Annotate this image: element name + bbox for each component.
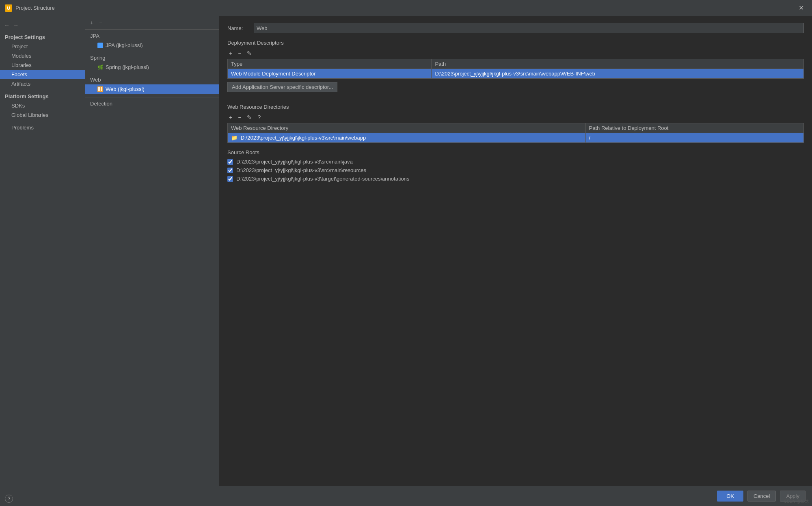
forward-arrow[interactable]: → (12, 21, 19, 29)
deployment-remove-btn[interactable]: − (236, 49, 243, 57)
nav-arrows: ← → (0, 19, 85, 32)
help-button[interactable]: ? (5, 495, 13, 503)
source-root-row-2: D:\2023\project_yj\yjjkgl\jkgl-plus-v3\t… (227, 176, 804, 182)
sidebar-item-problems[interactable]: Problems (0, 123, 85, 132)
web-resource-section-title: Web Resource Directories (227, 104, 804, 110)
tree-separator (85, 97, 219, 97)
tree-section-jpa: JPA JPA (jkgl-plussl) (85, 30, 219, 52)
sidebar-item-sdks[interactable]: SDKs (0, 101, 85, 110)
sidebar-bottom: ? (0, 491, 85, 506)
sidebar-item-facets[interactable]: Facets (0, 70, 85, 79)
web-icon (97, 86, 103, 92)
content-inner: Name: Deployment Descriptors + − ✎ Type (219, 16, 812, 486)
sidebar-nav: ← → Project Settings Project Modules Lib… (0, 16, 85, 136)
sidebar-item-artifacts[interactable]: Artifacts (0, 79, 85, 88)
deployment-col-path: Path (432, 59, 804, 69)
source-root-checkbox-0[interactable] (227, 159, 233, 165)
close-button[interactable]: ✕ (795, 2, 807, 13)
sidebar-item-project[interactable]: Project (0, 42, 85, 51)
source-root-label-1: D:\2023\project_yj\yjjkgl\jkgl-plus-v3\s… (236, 167, 366, 173)
jpa-icon (97, 43, 103, 48)
ok-button[interactable]: OK (717, 491, 743, 502)
add-facet-button[interactable]: + (89, 19, 95, 27)
source-root-checkbox-1[interactable] (227, 168, 233, 173)
web-resource-row[interactable]: 📁 D:\2023\project_yj\yjjkgl\jkgl-plus-v3… (228, 133, 804, 143)
sidebar-divider-2 (0, 120, 85, 123)
content-panel: Name: Deployment Descriptors + − ✎ Type (219, 16, 812, 506)
content-divider-1 (227, 98, 804, 98)
bottom-bar: OK Cancel Apply (219, 486, 812, 506)
deployment-edit-btn[interactable]: ✎ (245, 49, 253, 57)
deployment-table: Type Path Web Module Deployment Descript… (227, 59, 804, 79)
web-resource-add-btn[interactable]: + (227, 113, 234, 121)
web-resource-help-btn[interactable]: ? (256, 113, 262, 121)
tree-item-spring[interactable]: 🌿 Spring (jkgl-plussl) (85, 62, 219, 72)
tree-section-spring: Spring 🌿 Spring (jkgl-plussl) (85, 52, 219, 73)
tree-item-jpa[interactable]: JPA (jkgl-plussl) (85, 41, 219, 50)
web-resource-cell-path: / (585, 133, 803, 143)
deployment-toolbar: + − ✎ (227, 49, 804, 57)
tree-section-web: Web Web (jkgl-plussl) (85, 73, 219, 95)
platform-settings-header: Platform Settings (0, 92, 85, 101)
source-root-row-0: D:\2023\project_yj\yjjkgl\jkgl-plus-v3\s… (227, 159, 804, 165)
deployment-add-btn[interactable]: + (227, 49, 234, 57)
name-row: Name: (227, 23, 804, 33)
source-roots-section: Source Roots D:\2023\project_yj\yjjkgl\j… (227, 149, 804, 182)
sidebar-item-modules[interactable]: Modules (0, 51, 85, 60)
source-root-label-2: D:\2023\project_yj\yjjkgl\jkgl-plus-v3\t… (236, 176, 409, 182)
deployment-row[interactable]: Web Module Deployment Descriptor D:\2023… (228, 69, 804, 79)
web-resource-cell-directory: 📁 D:\2023\project_yj\yjjkgl\jkgl-plus-v3… (228, 133, 586, 143)
deployment-cell-path: D:\2023\project_yj\yjjkgl\jkgl-plus-v3\s… (432, 69, 804, 79)
middle-toolbar: + − (85, 16, 219, 30)
spring-icon: 🌿 (97, 65, 103, 70)
deployment-col-type: Type (228, 59, 432, 69)
remove-facet-button[interactable]: − (97, 19, 104, 27)
watermark: CSDN @阳龙 (784, 499, 809, 504)
deployment-section-title: Deployment Descriptors (227, 40, 804, 46)
spring-group-label: Spring (85, 53, 219, 62)
middle-panel: + − JPA JPA (jkgl-plussl) Spring 🌿 (85, 16, 219, 506)
web-resource-col-path: Path Relative to Deployment Root (585, 123, 803, 133)
cancel-button[interactable]: Cancel (747, 491, 776, 502)
source-root-row-1: D:\2023\project_yj\yjjkgl\jkgl-plus-v3\s… (227, 167, 804, 173)
web-resource-table: Web Resource Directory Path Relative to … (227, 123, 804, 143)
window-title: Project Structure (15, 5, 795, 11)
name-input[interactable] (254, 23, 804, 33)
web-resource-remove-btn[interactable]: − (236, 113, 243, 121)
sidebar-item-libraries[interactable]: Libraries (0, 60, 85, 70)
back-arrow[interactable]: ← (3, 21, 11, 29)
sidebar-divider (0, 88, 85, 92)
detection-label: Detection (85, 99, 219, 108)
jpa-group-label: JPA (85, 31, 219, 41)
web-resource-toolbar: + − ✎ ? (227, 113, 804, 121)
project-settings-header: Project Settings (0, 32, 85, 42)
tree-item-web[interactable]: Web (jkgl-plussl) (85, 84, 219, 94)
web-resource-edit-btn[interactable]: ✎ (245, 113, 253, 121)
source-root-label-0: D:\2023\project_yj\yjjkgl\jkgl-plus-v3\s… (236, 159, 353, 165)
add-server-descriptor-button[interactable]: Add Application Server specific descript… (227, 82, 337, 92)
title-bar: U Project Structure ✕ (0, 0, 812, 16)
source-roots-title: Source Roots (227, 149, 804, 155)
folder-icon: 📁 (231, 135, 238, 141)
source-root-checkbox-2[interactable] (227, 176, 233, 182)
web-resource-col-directory: Web Resource Directory (228, 123, 586, 133)
sidebar-item-global-libraries[interactable]: Global Libraries (0, 110, 85, 120)
web-group-label: Web (85, 75, 219, 84)
main-container: ← → Project Settings Project Modules Lib… (0, 16, 812, 506)
name-label: Name: (227, 25, 250, 31)
deployment-cell-type: Web Module Deployment Descriptor (228, 69, 432, 79)
sidebar: ← → Project Settings Project Modules Lib… (0, 16, 85, 506)
app-icon: U (5, 4, 12, 12)
